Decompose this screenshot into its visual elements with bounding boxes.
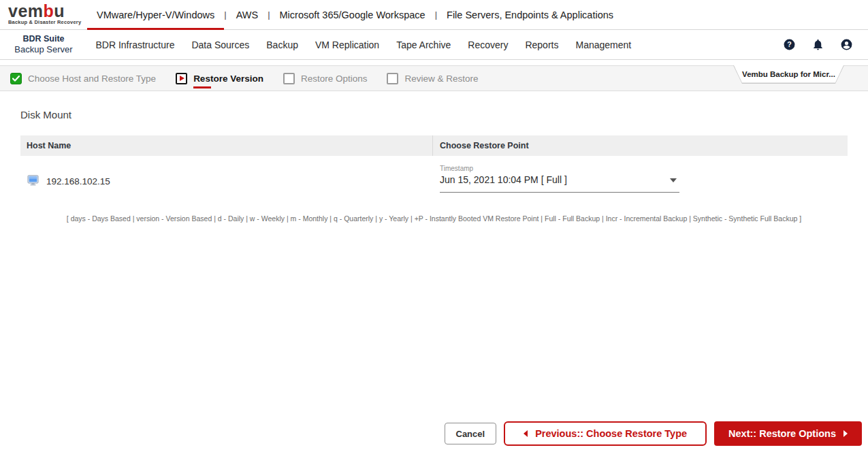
- empty-checkbox-icon: [387, 73, 398, 84]
- column-header-choose-restore-point: Choose Restore Point: [433, 135, 848, 156]
- product-name: BDR Suite: [0, 34, 87, 45]
- column-header-host-name: Host Name: [20, 135, 433, 156]
- step-restore-options[interactable]: Restore Options: [283, 73, 368, 84]
- vembu-logo[interactable]: vembu Backup & Disaster Recovery: [0, 0, 87, 29]
- cancel-button[interactable]: Cancel: [445, 423, 497, 444]
- context-tab[interactable]: Vembu Backup for Micr...: [733, 65, 844, 84]
- computer-icon: [27, 175, 39, 188]
- next-button-label: Next:: Restore Options: [728, 428, 836, 439]
- table-row: 192.168.102.15 Timestamp Jun 15, 2021 10…: [20, 156, 848, 207]
- host-name-cell: 192.168.102.15: [20, 156, 433, 207]
- host-name: 192.168.102.15: [46, 176, 110, 187]
- table-header-row: Host Name Choose Restore Point: [20, 135, 848, 156]
- green-check-icon: [10, 73, 22, 84]
- notification-bell-icon[interactable]: [811, 38, 824, 51]
- step-label: Choose Host and Restore Type: [28, 74, 156, 84]
- menu-vm-replication[interactable]: VM Replication: [306, 39, 387, 50]
- product-switcher-nav: VMware/Hyper-V/Windows AWS Microsoft 365…: [87, 0, 623, 29]
- empty-checkbox-icon: [283, 73, 295, 84]
- step-review-and-restore[interactable]: Review & Restore: [387, 73, 478, 84]
- timestamp-dropdown[interactable]: Timestamp Jun 15, 2021 10:04 PM [ Full ]: [440, 165, 679, 193]
- user-account-icon[interactable]: [840, 38, 853, 51]
- top-nav-aws[interactable]: AWS: [227, 0, 268, 29]
- top-nav-m365-google-workspace[interactable]: Microsoft 365/Google Workspace: [270, 0, 435, 29]
- previous-button[interactable]: Previous:: Choose Restore Type: [504, 421, 707, 446]
- context-tab-label: Vembu Backup for Micr...: [734, 65, 843, 83]
- step-choose-host-and-restore-type[interactable]: Choose Host and Restore Type: [10, 73, 156, 84]
- menu-data-sources[interactable]: Data Sources: [183, 39, 258, 50]
- next-button[interactable]: Next:: Restore Options: [714, 421, 862, 446]
- menu-tape-archive[interactable]: Tape Archive: [388, 39, 460, 50]
- svg-text:?: ?: [787, 40, 792, 48]
- previous-button-label: Previous:: Choose Restore Type: [535, 428, 687, 439]
- wizard-steps-bar: Choose Host and Restore Type Restore Ver…: [0, 65, 868, 91]
- product-identity: BDR Suite Backup Server: [0, 34, 87, 56]
- arrow-right-icon: [843, 430, 848, 437]
- arrow-left-icon: [524, 430, 528, 437]
- step-label: Review & Restore: [404, 74, 478, 84]
- caret-down-icon: [670, 178, 677, 182]
- step-restore-version[interactable]: Restore Version: [176, 73, 263, 84]
- timestamp-field-label: Timestamp: [440, 165, 679, 172]
- logo-part: vem: [8, 1, 44, 20]
- menu-recovery[interactable]: Recovery: [460, 39, 517, 50]
- main-menu: BDR Infrastructure Data Sources Backup V…: [87, 39, 640, 50]
- top-bar: vembu Backup & Disaster Recovery VMware/…: [0, 0, 868, 30]
- app-bar-icons: ?: [783, 38, 868, 51]
- product-subtitle: Backup Server: [0, 44, 87, 55]
- page-title: Disk Mount: [20, 91, 848, 120]
- disk-mount-table: Host Name Choose Restore Point 192.1: [20, 135, 848, 223]
- restore-point-legend: [ days - Days Based | version - Version …: [20, 214, 848, 223]
- app-bar: BDR Suite Backup Server BDR Infrastructu…: [0, 30, 868, 60]
- menu-bdr-infrastructure[interactable]: BDR Infrastructure: [87, 39, 183, 50]
- main-content: Disk Mount Host Name Choose Restore Poin…: [0, 91, 868, 223]
- timestamp-selected-value: Jun 15, 2021 10:04 PM [ Full ]: [440, 174, 679, 185]
- top-nav-file-servers-endpoints[interactable]: File Servers, Endpoints & Applications: [437, 0, 623, 29]
- footer-actions: Cancel Previous:: Choose Restore Type Ne…: [445, 421, 863, 446]
- top-nav-vmware-hyperv-windows[interactable]: VMware/Hyper-V/Windows: [87, 0, 224, 29]
- vembu-logo-wordmark: vembu: [8, 3, 87, 19]
- menu-reports[interactable]: Reports: [517, 39, 567, 50]
- logo-tagline: Backup & Disaster Recovery: [8, 19, 87, 25]
- restore-point-cell: Timestamp Jun 15, 2021 10:04 PM [ Full ]: [433, 156, 848, 207]
- page: vembu Backup & Disaster Recovery VMware/…: [0, 0, 868, 454]
- logo-part: u: [54, 1, 65, 20]
- logo-part-red: b: [44, 1, 54, 20]
- red-play-icon: [176, 73, 187, 84]
- help-icon[interactable]: ?: [783, 38, 796, 51]
- step-label: Restore Version: [193, 74, 263, 84]
- menu-management[interactable]: Management: [567, 39, 640, 50]
- menu-backup[interactable]: Backup: [258, 39, 307, 50]
- step-label: Restore Options: [301, 74, 368, 84]
